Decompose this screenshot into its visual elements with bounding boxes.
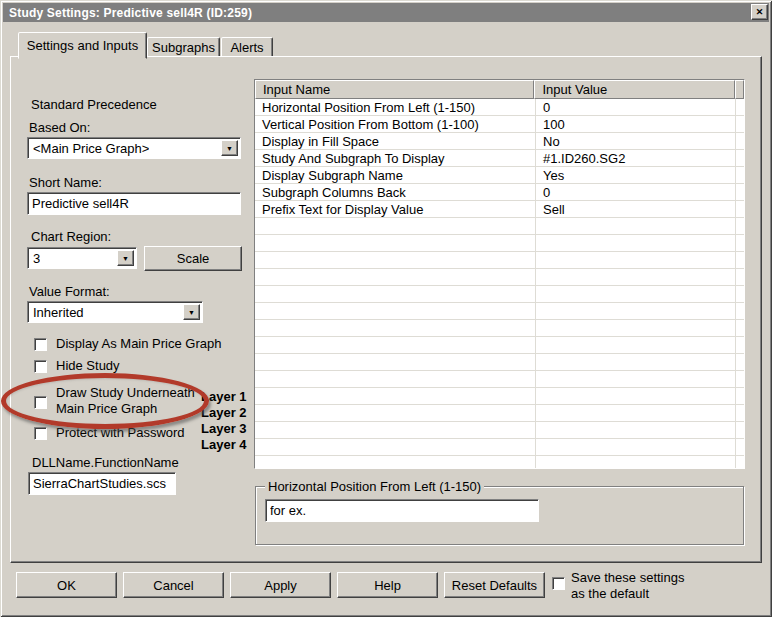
chart-region-value: 3 <box>33 251 40 266</box>
table-row[interactable]: Display in Fill Space No <box>255 133 744 150</box>
layer-4-label: Layer 4 <box>201 437 247 452</box>
inputs-table-header: Input Name Input Value <box>255 80 744 99</box>
value-format-label: Value Format: <box>29 284 110 299</box>
draw-study-underneath-label-line1: Draw Study Underneath <box>56 385 195 400</box>
cancel-button[interactable]: Cancel <box>123 572 224 598</box>
layer-3-label: Layer 3 <box>201 421 247 436</box>
tab-label: Alerts <box>230 40 263 55</box>
ok-button-label: OK <box>57 578 76 593</box>
hide-study-checkbox[interactable] <box>34 360 47 373</box>
chevron-down-icon[interactable]: ▼ <box>221 140 238 156</box>
title-bar[interactable]: Study Settings: Predictive sell4R (ID:25… <box>3 3 769 22</box>
apply-button-label: Apply <box>264 578 297 593</box>
display-as-main-price-graph-checkbox[interactable] <box>34 338 47 351</box>
groupbox-title: Horizontal Position From Left (1-150) <box>265 479 484 494</box>
tab-alerts[interactable]: Alerts <box>221 37 273 57</box>
inputs-table-body: Horizontal Position From Left (1-150) 0 … <box>255 99 744 468</box>
tab-label: Settings and Inputs <box>27 38 138 53</box>
table-row[interactable]: Vertical Position From Bottom (1-100) 10… <box>255 116 744 133</box>
based-on-label: Based On: <box>29 120 90 135</box>
chart-region-select[interactable]: 3 ▼ <box>27 247 137 269</box>
close-button[interactable]: ✕ <box>751 4 768 20</box>
table-row[interactable]: Prefix Text for Display Value Sell <box>255 201 744 218</box>
protect-with-password-checkbox[interactable] <box>34 427 47 440</box>
dll-function-name-label: DLLName.FunctionName <box>32 455 179 470</box>
table-row[interactable]: Horizontal Position From Left (1-150) 0 <box>255 99 744 116</box>
based-on-value: <Main Price Graph> <box>33 141 149 156</box>
study-settings-dialog: Study Settings: Predictive sell4R (ID:25… <box>0 0 772 617</box>
tab-label: Subgraphs <box>152 40 215 55</box>
tab-settings-and-inputs[interactable]: Settings and Inputs <box>18 32 147 59</box>
hide-study-label: Hide Study <box>56 358 120 373</box>
save-as-default-label-line2: as the default <box>571 586 649 601</box>
horizontal-position-input[interactable] <box>265 499 539 522</box>
layer-2-label: Layer 2 <box>201 405 247 420</box>
short-name-label: Short Name: <box>29 175 102 190</box>
help-button[interactable]: Help <box>337 572 438 598</box>
save-as-default-checkbox[interactable] <box>552 577 565 590</box>
display-as-main-price-graph-label: Display As Main Price Graph <box>56 336 221 351</box>
draw-study-underneath-label-line2: Main Price Graph <box>56 401 157 416</box>
layer-1-label: Layer 1 <box>201 389 247 404</box>
input-value-column-header[interactable]: Input Value <box>534 80 735 99</box>
table-row[interactable]: Study And Subgraph To Display #1.ID260.S… <box>255 150 744 167</box>
apply-button[interactable]: Apply <box>230 572 331 598</box>
chevron-down-icon[interactable]: ▼ <box>183 304 200 320</box>
table-row[interactable]: Subgraph Columns Back 0 <box>255 184 744 201</box>
protect-with-password-label: Protect with Password <box>56 425 185 440</box>
short-name-input[interactable] <box>27 192 241 215</box>
chart-region-label: Chart Region: <box>31 229 111 244</box>
cancel-button-label: Cancel <box>153 578 193 593</box>
reset-defaults-button-label: Reset Defaults <box>452 578 537 593</box>
input-name-column-header[interactable]: Input Name <box>255 80 534 99</box>
close-icon: ✕ <box>756 8 764 17</box>
inputs-table[interactable]: Input Name Input Value Horizontal Positi… <box>254 79 745 469</box>
settings-tab-page: Standard Precedence Based On: <Main Pric… <box>10 56 762 563</box>
scale-button-label: Scale <box>177 251 210 266</box>
window-title: Study Settings: Predictive sell4R (ID:25… <box>9 6 252 20</box>
filler-column-header <box>735 80 744 99</box>
chevron-down-icon[interactable]: ▼ <box>117 250 134 266</box>
value-format-value: Inherited <box>33 305 84 320</box>
value-format-select[interactable]: Inherited ▼ <box>27 301 203 323</box>
table-row[interactable]: Display Subgraph Name Yes <box>255 167 744 184</box>
horizontal-position-groupbox: Horizontal Position From Left (1-150) <box>255 486 744 545</box>
tab-subgraphs[interactable]: Subgraphs <box>147 37 220 57</box>
standard-precedence-label: Standard Precedence <box>31 97 157 112</box>
ok-button[interactable]: OK <box>16 572 117 598</box>
draw-study-underneath-checkbox[interactable] <box>34 396 47 409</box>
save-as-default-label-line1: Save these settings <box>571 570 684 585</box>
dll-function-name-input[interactable] <box>28 472 176 495</box>
reset-defaults-button[interactable]: Reset Defaults <box>444 572 545 598</box>
help-button-label: Help <box>374 578 401 593</box>
scale-button[interactable]: Scale <box>144 246 242 271</box>
based-on-select[interactable]: <Main Price Graph> ▼ <box>27 137 241 159</box>
